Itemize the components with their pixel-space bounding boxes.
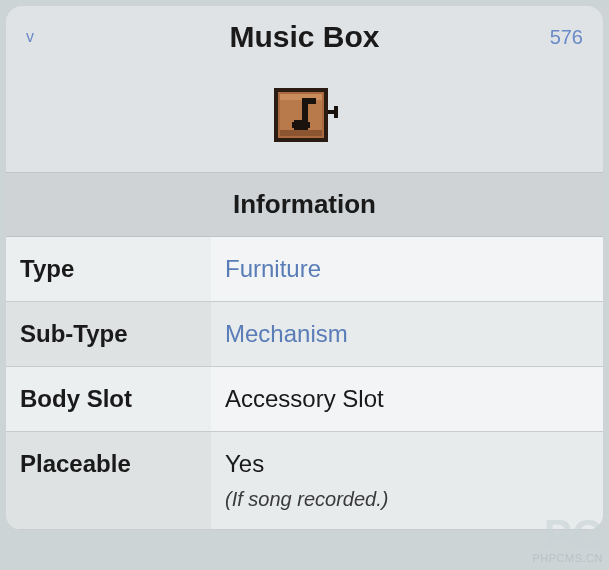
info-panel: v Music Box 576 Information Type Furnitu…	[6, 6, 603, 530]
item-id[interactable]: 576	[523, 26, 583, 49]
panel-header: v Music Box 576	[6, 6, 603, 64]
svg-rect-4	[280, 130, 322, 136]
info-table: Type Furniture Sub-Type Mechanism Body S…	[6, 237, 603, 530]
music-box-icon	[270, 84, 340, 148]
item-icon-row	[6, 64, 603, 172]
row-label-type: Type	[6, 237, 211, 301]
placeable-value: Yes	[225, 450, 264, 477]
row-label-bodyslot: Body Slot	[6, 367, 211, 431]
svg-rect-8	[308, 98, 316, 104]
table-row: Placeable Yes (If song recorded.)	[6, 432, 603, 530]
watermark: PC PHPCMS.CN	[532, 518, 603, 564]
row-value-subtype[interactable]: Mechanism	[211, 302, 603, 366]
svg-rect-10	[334, 106, 338, 118]
row-label-placeable: Placeable	[6, 432, 211, 529]
row-value-bodyslot: Accessory Slot	[211, 367, 603, 431]
table-row: Type Furniture	[6, 237, 603, 302]
table-row: Body Slot Accessory Slot	[6, 367, 603, 432]
nav-letter[interactable]: v	[26, 28, 86, 46]
placeable-note: (If song recorded.)	[225, 488, 589, 511]
section-header-information: Information	[6, 172, 603, 237]
row-value-type[interactable]: Furniture	[211, 237, 603, 301]
watermark-logo: PC	[532, 518, 603, 552]
svg-rect-7	[292, 122, 310, 128]
item-title: Music Box	[86, 20, 523, 54]
table-row: Sub-Type Mechanism	[6, 302, 603, 367]
row-label-subtype: Sub-Type	[6, 302, 211, 366]
watermark-text: PHPCMS.CN	[532, 552, 603, 564]
